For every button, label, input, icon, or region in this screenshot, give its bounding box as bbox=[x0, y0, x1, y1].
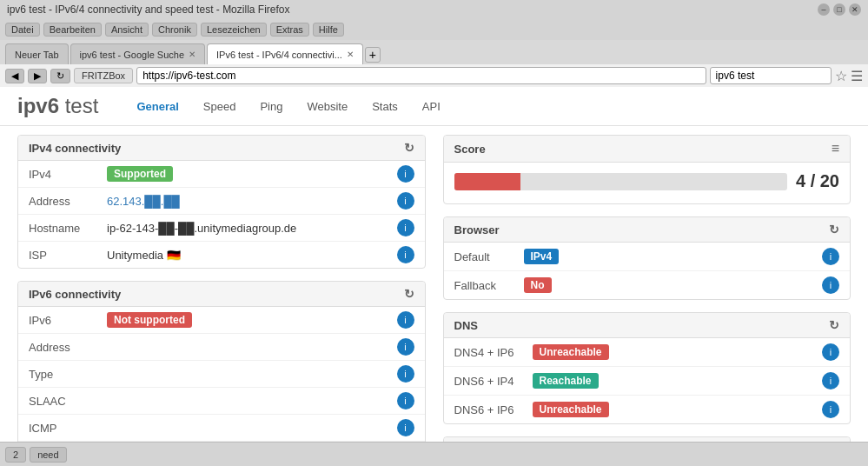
tab-ipv6-label: IPv6 test - IPv6/4 connectivi... bbox=[216, 50, 342, 60]
reload-button[interactable]: ↻ bbox=[50, 69, 70, 83]
site-logo: ipv6 test bbox=[17, 94, 98, 118]
table-row: DNS4 + IP6 Unreachable i bbox=[444, 338, 851, 367]
dns-section-title: DNS bbox=[454, 319, 478, 332]
ipv6-section-title: IPv6 connectivity bbox=[29, 288, 121, 301]
dns6ip6-label: DNS6 + IP6 bbox=[454, 403, 533, 416]
ipv6-section-header: IPv6 connectivity ↻ bbox=[18, 282, 425, 307]
dns6ip4-info-icon[interactable]: i bbox=[822, 372, 839, 389]
menu-chronik[interactable]: Chronik bbox=[152, 23, 197, 37]
table-row: Address i bbox=[18, 334, 425, 361]
site-header: ipv6 test General Speed Ping Website Sta… bbox=[0, 87, 868, 126]
score-section-header: Score ≡ bbox=[444, 136, 851, 163]
extensions-area: ☆ ☰ bbox=[835, 68, 863, 84]
score-bar-container: 4 / 20 bbox=[454, 171, 840, 191]
table-row: Fallback No i bbox=[444, 271, 851, 299]
nav-website[interactable]: Website bbox=[295, 95, 360, 118]
close-button[interactable]: ✕ bbox=[849, 3, 861, 16]
table-row: DNS6 + IP6 Unreachable i bbox=[444, 396, 851, 423]
score-menu-icon[interactable]: ≡ bbox=[832, 141, 839, 156]
back-button[interactable]: ◀ bbox=[5, 69, 24, 83]
table-row: Hostname ip-62-143-██-██.unitymediagroup… bbox=[18, 215, 425, 242]
table-row: IPv6 Not supported i bbox=[18, 307, 425, 334]
unreachable-badge-1: Unreachable bbox=[533, 344, 609, 360]
minimize-button[interactable]: – bbox=[818, 3, 830, 16]
slaac-info-icon[interactable]: i bbox=[397, 392, 414, 409]
type-label: Type bbox=[29, 368, 107, 381]
hostname-value: ip-62-143-██-██.unitymediagroup.de bbox=[107, 222, 397, 235]
table-row: Address 62.143.██.██ i bbox=[18, 188, 425, 215]
menu-datei[interactable]: Datei bbox=[5, 23, 40, 37]
ipv4-info-icon[interactable]: i bbox=[397, 165, 414, 183]
isp-info-icon[interactable]: i bbox=[397, 246, 414, 263]
dns-section-body: DNS4 + IP6 Unreachable i DNS6 + IP4 Reac… bbox=[444, 338, 851, 423]
menu-lesezeichen[interactable]: Lesezeichen bbox=[201, 23, 267, 37]
logo-suffix: test bbox=[59, 94, 98, 117]
nav-speed[interactable]: Speed bbox=[191, 95, 248, 118]
ipv4-section: IPv4 connectivity ↻ IPv4 Supported i Add… bbox=[17, 135, 426, 269]
title-bar-left: ipv6 test - IPv6/4 connectivity and spee… bbox=[7, 3, 289, 16]
ipv6-value: Not supported bbox=[107, 312, 397, 328]
fallback-info-icon[interactable]: i bbox=[822, 276, 839, 294]
right-column: Score ≡ 4 / 20 Browser ↻ bbox=[443, 135, 851, 466]
table-row: ICMP i bbox=[18, 415, 425, 442]
dns-section-header: DNS ↻ bbox=[444, 313, 851, 338]
ipv6-refresh-icon[interactable]: ↻ bbox=[404, 287, 414, 301]
dns6ip6-info-icon[interactable]: i bbox=[822, 401, 839, 418]
window-controls[interactable]: – □ ✕ bbox=[818, 3, 861, 16]
search-bar[interactable] bbox=[710, 67, 832, 84]
maximize-button[interactable]: □ bbox=[833, 3, 845, 16]
browser-section: Browser ↻ Default IPv4 i Fallback No i bbox=[443, 216, 851, 300]
tab-google-label: ipv6 test - Google Suche bbox=[80, 50, 184, 60]
menu-bearbeiten[interactable]: Bearbeiten bbox=[43, 23, 102, 37]
bookmark-fritzbox[interactable]: FRITZBox bbox=[74, 68, 133, 83]
ipv4-refresh-icon[interactable]: ↻ bbox=[404, 141, 414, 155]
taskbar-btn-1[interactable]: 2 bbox=[5, 447, 26, 463]
tab-ipv6[interactable]: IPv6 test - IPv6/4 connectivi... ✕ bbox=[207, 43, 363, 64]
browser-section-title: Browser bbox=[454, 223, 500, 236]
default-info-icon[interactable]: i bbox=[822, 248, 839, 265]
default-value: IPv4 bbox=[524, 249, 823, 264]
ipv6-address-icon[interactable]: i bbox=[397, 338, 414, 356]
taskbar-btn-need[interactable]: need bbox=[30, 447, 66, 463]
tab-google[interactable]: ipv6 test - Google Suche ✕ bbox=[70, 43, 205, 64]
page-content: ipv6 test General Speed Ping Website Sta… bbox=[0, 87, 868, 466]
forward-button[interactable]: ▶ bbox=[28, 69, 47, 83]
table-row: Type i bbox=[18, 361, 425, 388]
nav-ping[interactable]: Ping bbox=[248, 95, 295, 118]
menu-hilfe[interactable]: Hilfe bbox=[313, 23, 344, 37]
tab-ipv6-close[interactable]: ✕ bbox=[347, 50, 354, 59]
table-row: Default IPv4 i bbox=[444, 243, 851, 271]
icmp-label: ICMP bbox=[29, 422, 107, 435]
ipv4-value: Supported bbox=[107, 166, 397, 182]
ipv6-address-label: Address bbox=[29, 341, 107, 354]
dns4ip6-info-icon[interactable]: i bbox=[822, 343, 839, 361]
ipv6-label: IPv6 bbox=[29, 314, 107, 327]
tab-new[interactable]: Neuer Tab bbox=[5, 43, 69, 64]
nav-general[interactable]: General bbox=[124, 95, 190, 118]
menu-extras[interactable]: Extras bbox=[270, 23, 309, 37]
ipv6-section: IPv6 connectivity ↻ IPv6 Not supported i… bbox=[17, 281, 426, 466]
new-tab-button[interactable]: + bbox=[365, 47, 381, 63]
browser-chrome: ipv6 test - IPv6/4 connectivity and spee… bbox=[0, 0, 868, 87]
nav-api[interactable]: API bbox=[410, 95, 453, 118]
browser-section-body: Default IPv4 i Fallback No i bbox=[444, 243, 851, 299]
menu-bar: Datei Bearbeiten Ansicht Chronik Lesezei… bbox=[0, 19, 868, 40]
dns-section: DNS ↻ DNS4 + IP6 Unreachable i DNS6 + IP… bbox=[443, 312, 851, 424]
logo-prefix: ipv6 bbox=[17, 94, 59, 117]
ipv6-info-icon[interactable]: i bbox=[397, 311, 414, 329]
tab-google-close[interactable]: ✕ bbox=[189, 50, 195, 59]
dns4ip6-label: DNS4 + IP6 bbox=[454, 346, 533, 359]
tab-new-label: Neuer Tab bbox=[15, 50, 59, 60]
table-row: SLAAC i bbox=[18, 388, 425, 415]
browser-title: ipv6 test - IPv6/4 connectivity and spee… bbox=[7, 3, 289, 16]
address-info-icon[interactable]: i bbox=[397, 192, 414, 210]
dns6ip4-label: DNS6 + IP4 bbox=[454, 375, 533, 388]
browser-refresh-icon[interactable]: ↻ bbox=[829, 223, 839, 236]
hostname-info-icon[interactable]: i bbox=[397, 219, 414, 236]
icmp-info-icon[interactable]: i bbox=[397, 419, 414, 436]
type-info-icon[interactable]: i bbox=[397, 365, 414, 383]
url-bar[interactable] bbox=[136, 67, 706, 84]
menu-ansicht[interactable]: Ansicht bbox=[105, 23, 149, 37]
dns-refresh-icon[interactable]: ↻ bbox=[829, 318, 839, 332]
nav-stats[interactable]: Stats bbox=[360, 95, 410, 118]
